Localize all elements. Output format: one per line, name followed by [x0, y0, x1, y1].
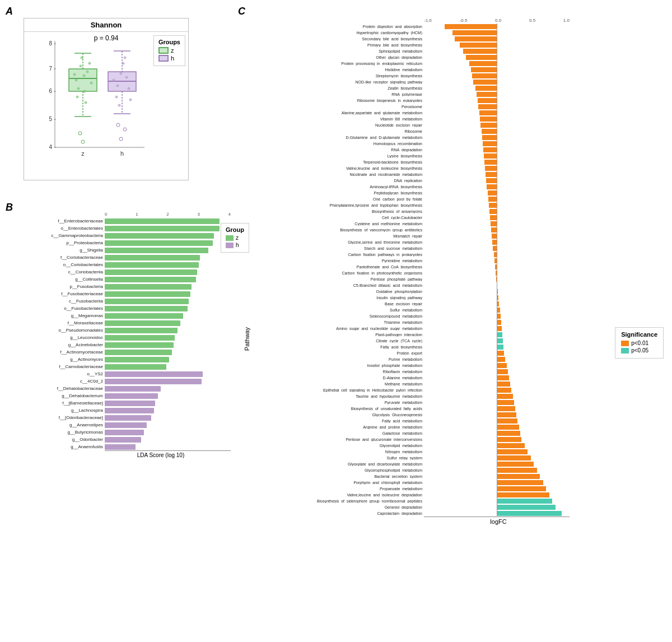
- lda-row: o__Pseudomonadales: [24, 327, 241, 334]
- lda-row: g__Lachnospira: [24, 407, 241, 414]
- lda-row: f__[Barnesiellaceae]: [24, 399, 241, 407]
- pathway-row: D-Glutamine_and_D-glutamate_metabolism: [253, 134, 666, 140]
- pathway-bar: [485, 166, 497, 171]
- pathway-bars-container: -1.0-0.50.00.51.0Protein_digestion_and_a…: [253, 18, 666, 517]
- pathway-label: Starch_and_sucrose_metabolism: [253, 246, 424, 250]
- pathway-axis-line: [424, 517, 570, 517]
- pathway-bars-wrap: Protein_digestion_and_absorptionHypertro…: [253, 24, 666, 516]
- lda-axis-line: [105, 450, 231, 451]
- pathway-bar: [497, 449, 528, 454]
- lda-label: c__Coriobacteriia: [24, 269, 105, 275]
- lda-label: g__Shigella: [24, 248, 105, 253]
- lda-bar: [105, 342, 174, 348]
- pathway-label: Porphyrin_and_chlorophyll_metabolism: [253, 481, 424, 485]
- pathway-bar: [497, 418, 517, 424]
- lda-row: g__Odoribacter: [24, 436, 241, 443]
- lda-label: o__Enterobacteriales: [24, 226, 105, 231]
- pathway-label: Pyrimidine_metabolism: [253, 259, 424, 263]
- legend-b-box-h: [226, 243, 234, 248]
- pathway-row: C5-Branched_dibasic_acid_metabolism: [253, 282, 666, 288]
- pathway-label: Vitamin_B6_metabolism: [253, 117, 424, 121]
- svg-point-46: [113, 79, 115, 82]
- lda-bar: [105, 422, 147, 428]
- pathway-row: Pyruvate_metabolism: [253, 399, 666, 405]
- lda-label: g__Anaerostipes: [24, 422, 105, 427]
- svg-point-23: [75, 79, 78, 82]
- pathway-bar: [497, 320, 501, 325]
- pathway-row: RNA_degradation: [253, 147, 666, 152]
- lda-bar: [105, 233, 214, 239]
- lda-row: f__Moraxellaceae: [24, 319, 241, 327]
- pathway-bar: [497, 486, 546, 491]
- lda-bar: [105, 255, 200, 260]
- legend-c-item-01: p<0.01: [621, 340, 657, 346]
- svg-point-49: [115, 96, 118, 99]
- pathway-label: Nucleotide_excision_repair: [253, 123, 424, 127]
- pathway-label: Lysine_biosynthesis: [253, 154, 424, 158]
- lda-label: g__Dehalobacterium: [24, 393, 105, 398]
- pathway-label: Fatty_acid_biosynthesis: [253, 345, 424, 349]
- pathway-label: Streptomycin_biosynthesis: [253, 74, 424, 78]
- pathway-label: Glycolysis_Gluconeogenesis: [253, 413, 424, 417]
- pathway-label: Hypertrophic_cardiomyopathy_(HCM): [253, 31, 424, 35]
- lda-row: g__Collinsella: [24, 276, 241, 283]
- pathway-label: Insulin_signaling_pathway: [253, 296, 424, 300]
- lda-row: g__Megamonas: [24, 312, 241, 319]
- lda-bar: [105, 313, 183, 319]
- legend-c-box-05: [621, 348, 629, 353]
- lda-bar: [105, 320, 180, 326]
- svg-point-42: [116, 123, 120, 127]
- pathway-row: DNA_replication: [253, 178, 666, 183]
- pathway-row: Other_glycan_degradation: [253, 54, 666, 60]
- legend-a-label-z: z: [171, 47, 174, 54]
- pathway-label: RNA_polymerase: [253, 92, 424, 96]
- pathway-row: Vitamin_B6_metabolism: [253, 116, 666, 122]
- pathway-label: Other_glycan_degradation: [253, 55, 424, 59]
- lda-bar: [105, 364, 166, 370]
- pathway-row: Cysteine_and_methionine_metabolism: [253, 221, 666, 226]
- lda-row: c__Coriobacteriia: [24, 268, 241, 276]
- pathway-label: Histidine_metabolism: [253, 68, 424, 72]
- lda-row: o__Coriobacteriales: [24, 261, 241, 268]
- pathway-label: Glyoxylate_and_dicarboxylate_metabolism: [253, 462, 424, 466]
- svg-point-47: [128, 87, 130, 90]
- pathway-bar: [497, 474, 540, 479]
- pathway-label: Secondary_bile_acid_biosynthesis: [253, 37, 424, 41]
- pathway-bar: [463, 49, 497, 54]
- lda-row: g__Shigella: [24, 246, 241, 254]
- pathway-bar: [488, 190, 497, 196]
- lda-bar: [105, 430, 144, 435]
- lda-label: g__Odoribacter: [24, 437, 105, 442]
- panel-c-y-label: Pathway: [244, 327, 250, 351]
- lda-row: o__Fusobacteriales: [24, 305, 241, 312]
- legend-c-title: Significance: [621, 331, 657, 338]
- left-panel: A Shannon p = 0.94 4 5 6: [6, 6, 241, 636]
- pathway-label: Epithelial_cell_signaling_in_Helicobacte…: [253, 388, 424, 392]
- svg-point-51: [124, 57, 127, 59]
- pathway-row: Purine_metabolism: [253, 356, 666, 362]
- pathway-row: Pentose_and_glucuronate_interconversions: [253, 436, 666, 442]
- pathway-label: Cysteine_and_methionine_metabolism: [253, 222, 424, 226]
- pathway-bar: [497, 345, 503, 350]
- lda-label: g__Lachnospira: [24, 408, 105, 413]
- pathway-row: Glycerolipid_metabolism: [253, 443, 666, 448]
- pathway-bar: [482, 129, 497, 134]
- pathway-row: Riboflavin_metabolism: [253, 369, 666, 374]
- lda-bar: [105, 248, 208, 253]
- pathway-row: Inositol_phosphate_metabolism: [253, 362, 666, 368]
- legend-c-item-05: p<0.05: [621, 347, 657, 353]
- pathway-row: Protein_processing_in_endoplasmic_reticu…: [253, 61, 666, 66]
- pathway-row: Aminoacyl-tRNA_biosynthesis: [253, 184, 666, 189]
- lda-row: f__[Odoribacteraceae]: [24, 414, 241, 421]
- legend-b: Group z h: [221, 223, 249, 253]
- pathway-label: Mismatch_repair: [253, 234, 424, 238]
- pathway-label: Glycerophospholipid_metabolism: [253, 468, 424, 472]
- lda-row: c__4C0d_2: [24, 378, 241, 385]
- pathway-label: Glycine,serine_and_threonine_metabolism: [253, 240, 424, 244]
- pathway-row: Base_excision_repair: [253, 301, 666, 306]
- pathway-label: Selenocompound_metabolism: [253, 314, 424, 318]
- pathway-label: Valine,leucine_and_isoleucine_biosynthes…: [253, 166, 424, 170]
- pathway-bar: [489, 203, 497, 208]
- lda-bar: [105, 408, 154, 413]
- pathway-label: Methane_metabolism: [253, 382, 424, 386]
